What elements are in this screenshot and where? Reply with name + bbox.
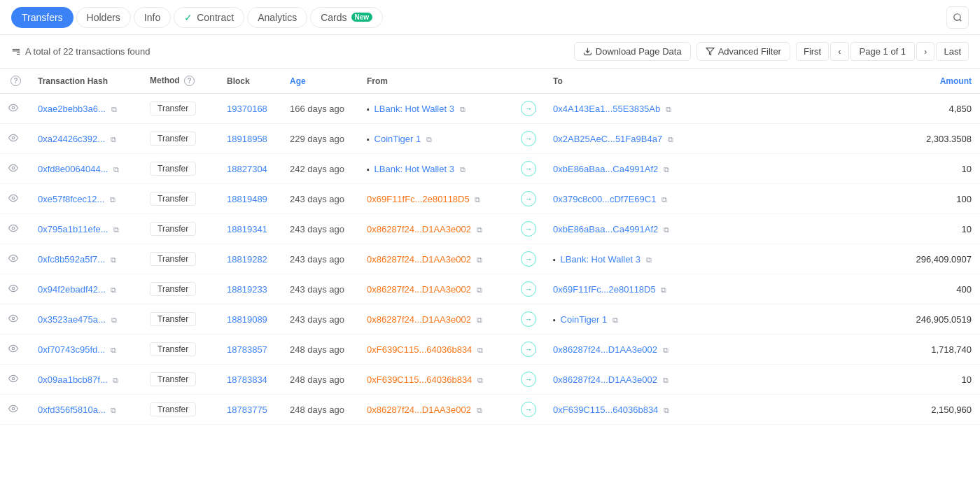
block-link[interactable]: 18819282 xyxy=(227,254,267,265)
tx-hash-link[interactable]: 0xfc8b592a5f7... xyxy=(38,254,105,265)
from-link[interactable]: LBank: Hot Wallet 3 xyxy=(374,164,454,174)
block-link[interactable]: 18819233 xyxy=(227,284,267,295)
copy-to-icon[interactable]: ⧉ xyxy=(664,225,669,234)
copy-to-icon[interactable]: ⧉ xyxy=(646,255,652,264)
download-button[interactable]: Download Page Data xyxy=(574,42,691,61)
tx-hash-link[interactable]: 0xa24426c392... xyxy=(38,134,105,144)
copy-hash-icon[interactable]: ⧉ xyxy=(111,255,116,264)
block-link[interactable]: 18819089 xyxy=(227,314,267,325)
copy-to-icon[interactable]: ⧉ xyxy=(662,195,667,204)
nav-tab-cards[interactable]: CardsNew xyxy=(310,7,383,28)
from-link[interactable]: LBank: Hot Wallet 3 xyxy=(374,104,454,114)
copy-hash-icon[interactable]: ⧉ xyxy=(113,376,118,384)
to-link[interactable]: 0x86287f24...D1AA3e002 xyxy=(553,374,657,385)
from-link[interactable]: 0x86287f24...D1AA3e002 xyxy=(367,405,471,415)
tx-hash-link[interactable]: 0xf70743c95fd... xyxy=(38,344,105,355)
to-link[interactable]: 0xbE86aBaa...Ca4991Af2 xyxy=(553,224,658,234)
copy-from-icon[interactable]: ⧉ xyxy=(460,105,465,113)
eye-icon[interactable] xyxy=(8,134,18,145)
to-link[interactable]: 0xF639C115...64036b834 xyxy=(553,405,658,415)
tx-hash-link[interactable]: 0x3523ae475a... xyxy=(38,314,106,325)
tx-hash-link[interactable]: 0xae2bebb3a6... xyxy=(38,104,106,114)
eye-icon[interactable] xyxy=(8,104,18,115)
tx-hash-link[interactable]: 0x94f2ebadf42... xyxy=(38,284,106,295)
block-link[interactable]: 18827304 xyxy=(227,164,267,174)
copy-to-icon[interactable]: ⧉ xyxy=(664,165,669,174)
copy-hash-icon[interactable]: ⧉ xyxy=(113,225,119,234)
to-link[interactable]: 0x379c8c00...cDf7E69C1 xyxy=(553,194,656,204)
copy-to-icon[interactable]: ⧉ xyxy=(663,376,668,384)
from-link[interactable]: CoinTiger 1 xyxy=(374,134,421,144)
from-link[interactable]: 0x69F11fFc...2e80118D5 xyxy=(367,194,470,204)
to-link[interactable]: 0x2AB25AeC...51Fa9B4a7 xyxy=(553,134,662,144)
tx-hash-link[interactable]: 0x795a1b11efe... xyxy=(38,224,108,234)
from-link[interactable]: 0x86287f24...D1AA3e002 xyxy=(367,254,471,265)
to-link[interactable]: 0xbE86aBaa...Ca4991Af2 xyxy=(553,164,658,174)
search-icon-btn[interactable] xyxy=(946,6,969,29)
to-link[interactable]: 0x4A143Ea1...55E3835Ab xyxy=(553,104,660,114)
eye-icon[interactable] xyxy=(8,224,18,235)
eye-icon[interactable] xyxy=(8,344,18,356)
from-link[interactable]: 0x86287f24...D1AA3e002 xyxy=(367,314,471,325)
block-link[interactable]: 19370168 xyxy=(227,104,267,114)
copy-from-icon[interactable]: ⧉ xyxy=(477,406,482,414)
from-link[interactable]: 0xF639C115...64036b834 xyxy=(367,344,472,355)
eye-icon[interactable] xyxy=(8,254,18,265)
tx-hash-link[interactable]: 0xfd356f5810a... xyxy=(38,405,106,415)
first-page-button[interactable]: First xyxy=(796,42,829,61)
to-link[interactable]: LBank: Hot Wallet 3 xyxy=(561,254,640,265)
copy-to-icon[interactable]: ⧉ xyxy=(663,346,668,354)
block-link[interactable]: 18783857 xyxy=(227,344,267,355)
copy-from-icon[interactable]: ⧉ xyxy=(477,255,482,264)
to-link[interactable]: 0x69F11fFc...2e80118D5 xyxy=(553,284,656,295)
copy-to-icon[interactable]: ⧉ xyxy=(664,406,669,414)
copy-hash-icon[interactable]: ⧉ xyxy=(111,135,116,143)
nav-tab-analytics[interactable]: Analytics xyxy=(247,7,307,28)
block-link[interactable]: 18918958 xyxy=(227,134,267,144)
from-link[interactable]: 0x86287f24...D1AA3e002 xyxy=(367,284,471,295)
copy-hash-icon[interactable]: ⧉ xyxy=(111,286,116,294)
copy-hash-icon[interactable]: ⧉ xyxy=(113,165,119,174)
copy-hash-icon[interactable]: ⧉ xyxy=(111,316,117,324)
block-link[interactable]: 18783775 xyxy=(227,405,267,415)
tx-hash-link[interactable]: 0xfd8e0064044... xyxy=(38,164,108,174)
prev-page-button[interactable]: ‹ xyxy=(830,42,848,61)
nav-tab-transfers[interactable]: Transfers xyxy=(11,7,74,28)
copy-from-icon[interactable]: ⧉ xyxy=(477,346,483,354)
copy-hash-icon[interactable]: ⧉ xyxy=(110,195,115,204)
col-header-age[interactable]: Age xyxy=(281,69,358,94)
nav-tab-holders[interactable]: Holders xyxy=(76,7,131,28)
copy-to-icon[interactable]: ⧉ xyxy=(612,316,618,324)
next-page-button[interactable]: › xyxy=(916,42,934,61)
block-link[interactable]: 18783834 xyxy=(227,374,267,385)
copy-from-icon[interactable]: ⧉ xyxy=(475,195,480,204)
help-icon[interactable]: ? xyxy=(10,76,21,86)
copy-from-icon[interactable]: ⧉ xyxy=(477,376,483,384)
tx-hash-link[interactable]: 0xe57f8fcec12... xyxy=(38,194,104,204)
eye-icon[interactable] xyxy=(8,194,18,205)
nav-tab-info[interactable]: Info xyxy=(134,7,171,28)
eye-icon[interactable] xyxy=(8,374,18,386)
filter-button[interactable]: Advanced Filter xyxy=(696,42,790,61)
copy-from-icon[interactable]: ⧉ xyxy=(477,225,482,234)
nav-tab-contract[interactable]: ✓Contract xyxy=(174,7,244,28)
copy-to-icon[interactable]: ⧉ xyxy=(666,105,671,113)
block-link[interactable]: 18819489 xyxy=(227,194,267,204)
method-help-icon[interactable]: ? xyxy=(184,76,195,86)
copy-to-icon[interactable]: ⧉ xyxy=(661,286,666,294)
eye-icon[interactable] xyxy=(8,164,18,175)
copy-to-icon[interactable]: ⧉ xyxy=(668,135,673,143)
copy-from-icon[interactable]: ⧉ xyxy=(477,316,482,324)
from-link[interactable]: 0xF639C115...64036b834 xyxy=(367,374,472,385)
eye-icon[interactable] xyxy=(8,284,18,295)
tx-hash-link[interactable]: 0x09aa1bcb87f... xyxy=(38,374,108,385)
to-link[interactable]: 0x86287f24...D1AA3e002 xyxy=(553,344,657,355)
copy-from-icon[interactable]: ⧉ xyxy=(460,165,465,174)
copy-hash-icon[interactable]: ⧉ xyxy=(111,346,116,354)
from-link[interactable]: 0x86287f24...D1AA3e002 xyxy=(367,224,471,234)
copy-hash-icon[interactable]: ⧉ xyxy=(111,105,117,113)
copy-hash-icon[interactable]: ⧉ xyxy=(111,406,116,414)
copy-from-icon[interactable]: ⧉ xyxy=(426,135,432,143)
block-link[interactable]: 18819341 xyxy=(227,224,267,234)
eye-icon[interactable] xyxy=(8,314,18,325)
